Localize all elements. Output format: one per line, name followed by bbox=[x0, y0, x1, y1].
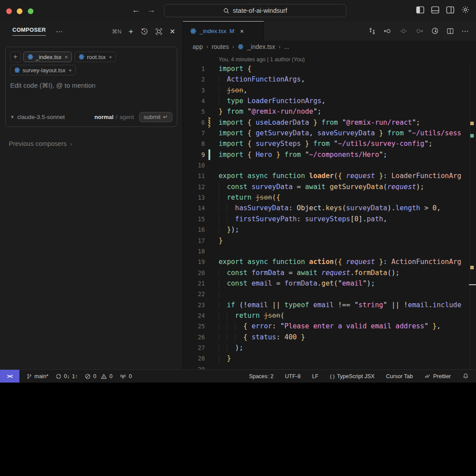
zoom-window-button[interactable] bbox=[28, 8, 33, 14]
toggle-bottom-panel-icon[interactable] bbox=[431, 6, 439, 14]
context-chip[interactable]: _index.tsx× bbox=[23, 52, 72, 62]
line-number[interactable]: 16 bbox=[183, 224, 205, 235]
code-line[interactable]: 11export async function loader({ request… bbox=[183, 171, 476, 181]
git-compare-icon[interactable] bbox=[368, 27, 376, 35]
tab-close-icon[interactable]: × bbox=[240, 28, 244, 35]
code-line[interactable]: 6import { useLoaderData } from "@remix-r… bbox=[183, 117, 476, 128]
minimize-window-button[interactable] bbox=[17, 8, 22, 14]
split-editor-icon[interactable] bbox=[446, 27, 454, 35]
line-number[interactable]: 12 bbox=[183, 182, 205, 192]
code-line[interactable]: 24 return json( bbox=[183, 310, 476, 321]
notifications-bell-icon[interactable] bbox=[462, 373, 469, 379]
line-number[interactable]: 5 bbox=[183, 106, 205, 117]
code-line[interactable]: 10 bbox=[183, 160, 476, 171]
new-composer-button[interactable]: + bbox=[128, 27, 133, 36]
chip-remove-icon[interactable]: × bbox=[65, 54, 68, 60]
code-line[interactable]: 4 type LoaderFunctionArgs, bbox=[183, 96, 476, 106]
line-number[interactable]: 17 bbox=[183, 235, 205, 246]
line-number[interactable]: 27 bbox=[183, 342, 205, 353]
breadcrumb-app[interactable]: app bbox=[193, 43, 203, 50]
encoding-item[interactable]: UTF-8 bbox=[285, 373, 300, 379]
code-line[interactable]: 21 const email = formData.get("email"); bbox=[183, 278, 476, 289]
breadcrumb-symbol[interactable]: ... bbox=[284, 43, 289, 50]
line-number[interactable]: 1 bbox=[183, 63, 205, 74]
context-chip[interactable]: survey-layout.tsx+ bbox=[10, 65, 76, 75]
composer-input-placeholder[interactable]: Edit code (⌘I), @ to mention bbox=[10, 82, 172, 89]
formatter-item[interactable]: ✓✓ Prettier bbox=[424, 373, 451, 379]
line-number[interactable]: 10 bbox=[183, 160, 205, 171]
code-line[interactable]: 18 bbox=[183, 246, 476, 257]
line-number[interactable]: 19 bbox=[183, 257, 205, 267]
remote-indicator[interactable]: >< bbox=[0, 370, 19, 383]
next-change-icon[interactable] bbox=[415, 27, 424, 35]
code-line[interactable]: 7import { getSurveyData, saveSurveyData … bbox=[183, 128, 476, 138]
previous-change-icon[interactable] bbox=[383, 27, 392, 35]
ruler-slider[interactable] bbox=[469, 284, 476, 285]
timeline-icon[interactable] bbox=[431, 27, 439, 35]
git-branch-item[interactable]: main* bbox=[26, 373, 48, 379]
indentation-item[interactable]: Spaces: 2 bbox=[249, 373, 274, 379]
code-line[interactable]: 23 if (!email || typeof email !== "strin… bbox=[183, 300, 476, 310]
line-number[interactable]: 25 bbox=[183, 321, 205, 331]
line-number[interactable]: 18 bbox=[183, 246, 205, 257]
line-number[interactable]: 4 bbox=[183, 96, 205, 106]
toggle-right-sidebar-icon[interactable] bbox=[446, 6, 454, 14]
line-number[interactable]: 14 bbox=[183, 203, 205, 213]
cursor-tab-item[interactable]: Cursor Tab bbox=[386, 373, 413, 379]
code-line[interactable]: 29 bbox=[183, 364, 476, 369]
line-number[interactable]: 29 bbox=[183, 364, 205, 369]
composer-history-icon[interactable] bbox=[141, 28, 148, 35]
composer-close-icon[interactable]: ✕ bbox=[170, 27, 175, 36]
line-number[interactable]: 9 bbox=[183, 149, 205, 160]
code-line[interactable]: 15 firstSurveyPath: surveySteps[0].path, bbox=[183, 214, 476, 224]
code-line[interactable]: 2 ActionFunctionArgs, bbox=[183, 74, 476, 85]
breadcrumb-routes[interactable]: routes bbox=[212, 43, 229, 50]
previous-composers-link[interactable]: Previous composers › bbox=[9, 140, 182, 147]
line-number[interactable]: 6 bbox=[183, 117, 205, 128]
code-line[interactable]: 17} bbox=[183, 235, 476, 246]
editor-more-actions-icon[interactable]: ⋯ bbox=[461, 27, 469, 35]
code-line[interactable]: 13 return json({ bbox=[183, 192, 476, 203]
tab-index-tsx[interactable]: _index.tsx M × bbox=[183, 21, 264, 41]
code-line[interactable]: 19export async function action({ request… bbox=[183, 257, 476, 267]
problems-item[interactable]: 0 0 bbox=[85, 373, 112, 379]
line-number[interactable]: 3 bbox=[183, 85, 205, 96]
code-viewport[interactable]: 1import {2 ActionFunctionArgs,3 json,4 t… bbox=[183, 63, 476, 369]
context-chip[interactable]: root.tsx+ bbox=[74, 52, 116, 62]
add-context-button[interactable]: + bbox=[10, 52, 21, 62]
line-number[interactable]: 24 bbox=[183, 310, 205, 321]
code-line[interactable]: 22 bbox=[183, 289, 476, 299]
line-number[interactable]: 20 bbox=[183, 268, 205, 278]
line-number[interactable]: 23 bbox=[183, 300, 205, 310]
line-number[interactable]: 22 bbox=[183, 289, 205, 299]
close-window-button[interactable] bbox=[6, 8, 12, 14]
language-mode-item[interactable]: { } TypeScript JSX bbox=[330, 373, 374, 379]
code-line[interactable]: 14 hasSurveyData: Object.keys(surveyData… bbox=[183, 203, 476, 213]
line-number[interactable]: 28 bbox=[183, 353, 205, 364]
toggle-left-sidebar-icon[interactable] bbox=[416, 6, 424, 14]
eol-item[interactable]: LF bbox=[312, 373, 319, 379]
code-line[interactable]: 27 ); bbox=[183, 342, 476, 353]
composer-expand-icon[interactable] bbox=[155, 28, 163, 35]
code-line[interactable]: 25 { error: "Please enter a valid email … bbox=[183, 321, 476, 331]
code-line[interactable]: 12 const surveyData = await getSurveyDat… bbox=[183, 182, 476, 192]
line-number[interactable]: 13 bbox=[183, 192, 205, 203]
code-line[interactable]: 9import { Hero } from "~/components/Hero… bbox=[183, 149, 476, 160]
code-line[interactable]: 1import { bbox=[183, 63, 476, 74]
line-number[interactable]: 8 bbox=[183, 138, 205, 149]
code-line[interactable]: 26 { status: 400 } bbox=[183, 332, 476, 342]
command-search-input[interactable]: state-of-ai-windsurf bbox=[164, 4, 346, 17]
settings-gear-icon[interactable] bbox=[461, 5, 470, 14]
code-line[interactable]: 5} from "@remix-run/node"; bbox=[183, 106, 476, 117]
git-sync-item[interactable]: 0↓ 1↑ bbox=[56, 373, 78, 379]
code-line[interactable]: 3 json, bbox=[183, 85, 476, 96]
line-number[interactable]: 26 bbox=[183, 332, 205, 342]
line-number[interactable]: 15 bbox=[183, 214, 205, 224]
chip-add-icon[interactable]: + bbox=[69, 67, 72, 74]
composer-input-card[interactable]: + _index.tsx×root.tsx+survey-layout.tsx+… bbox=[5, 47, 177, 127]
navigate-forward-icon[interactable]: → bbox=[147, 6, 156, 14]
model-selector[interactable]: claude-3.5-sonnet bbox=[17, 114, 65, 120]
code-line[interactable]: 8import { surveySteps } from "~/utils/su… bbox=[183, 138, 476, 149]
navigate-back-icon[interactable]: ← bbox=[132, 6, 140, 14]
line-number[interactable]: 2 bbox=[183, 74, 205, 85]
